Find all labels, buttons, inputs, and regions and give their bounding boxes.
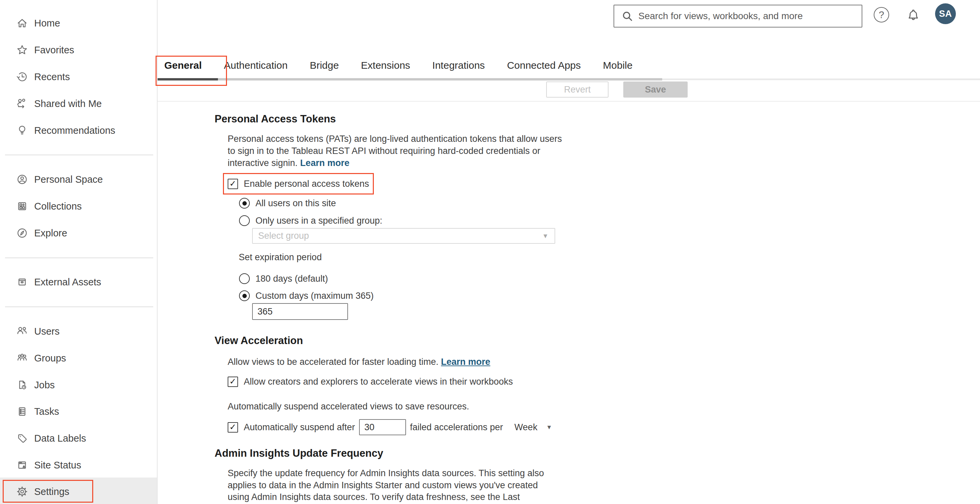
sidebar-item-label: Tasks: [34, 406, 59, 417]
chevron-down-icon[interactable]: ▼: [546, 424, 552, 431]
suspend-period-dropdown[interactable]: Week: [514, 422, 538, 432]
expiration-default-radio[interactable]: [239, 273, 250, 284]
shared-with-me-icon: [16, 97, 29, 110]
sidebar-item-data-labels[interactable]: Data Labels: [0, 425, 157, 452]
avatar-initials: SA: [939, 9, 952, 19]
expiration-default-label: 180 days (default): [256, 273, 328, 284]
bell-icon: [905, 7, 921, 23]
toolbar-divider: [158, 101, 980, 102]
sidebar-item-external-assets[interactable]: External Assets: [0, 269, 157, 296]
home-icon: [16, 16, 29, 30]
help-button[interactable]: ?: [874, 7, 889, 22]
failed-accelerations-input[interactable]: [359, 419, 406, 435]
tab-integrations[interactable]: Integrations: [432, 60, 485, 75]
sidebar-item-label: Shared with Me: [34, 98, 102, 109]
users-icon: [16, 324, 29, 338]
sidebar-item-groups[interactable]: Groups: [0, 345, 157, 372]
suspend-description: Automatically suspend accelerated views …: [228, 401, 469, 412]
custom-days-input[interactable]: [252, 303, 348, 320]
allow-accelerate-row: ✓ Allow creators and explorers to accele…: [228, 377, 513, 387]
allow-accelerate-checkbox[interactable]: ✓: [228, 377, 238, 387]
tab-track-light: [662, 78, 980, 80]
tab-general[interactable]: General: [164, 60, 202, 75]
checkmark-icon: ✓: [229, 180, 236, 188]
expiration-custom-radio[interactable]: [239, 290, 250, 301]
sidebar-item-recommendations[interactable]: Recommendations: [0, 117, 157, 144]
scope-group-row: Only users in a specified group:: [239, 215, 382, 226]
view-acceleration-learn-more-link[interactable]: Learn more: [441, 357, 490, 367]
save-button[interactable]: Save: [623, 81, 688, 98]
sidebar-item-label: Personal Space: [34, 174, 103, 185]
auto-suspend-row: ✓ Automatically suspend after failed acc…: [228, 418, 552, 436]
tab-bridge[interactable]: Bridge: [310, 60, 339, 75]
scope-group-label: Only users in a specified group:: [256, 216, 382, 226]
lightbulb-icon: [16, 124, 29, 137]
notifications-button[interactable]: [905, 7, 921, 23]
expiration-default-row: 180 days (default): [239, 273, 328, 284]
sidebar-item-label: Site Status: [34, 460, 81, 471]
site-status-window-icon: [16, 458, 29, 472]
pat-learn-more-link[interactable]: Learn more: [300, 158, 349, 168]
chevron-down-icon: ▼: [542, 232, 549, 240]
sidebar-item-personal-space[interactable]: Personal Space: [0, 166, 157, 193]
compass-icon: [16, 226, 29, 240]
sidebar: Home Favorites Recents Shared with Me Re…: [0, 0, 158, 504]
pat-section-title: Personal Access Tokens: [215, 113, 336, 125]
star-icon: [16, 43, 29, 57]
scope-all-users-label: All users on this site: [256, 198, 336, 208]
sidebar-item-label: Groups: [34, 353, 66, 364]
sidebar-item-shared-with-me[interactable]: Shared with Me: [0, 90, 157, 117]
scope-group-radio[interactable]: [239, 215, 250, 226]
tab-extensions[interactable]: Extensions: [361, 60, 410, 75]
sidebar-item-label: Explore: [34, 228, 67, 239]
revert-button[interactable]: Revert: [546, 81, 609, 98]
admin-insights-title: Admin Insights Update Frequency: [215, 447, 383, 459]
scope-all-users-row: All users on this site: [239, 198, 336, 208]
search-input[interactable]: [638, 6, 862, 26]
groups-icon: [16, 351, 29, 365]
tab-connected-apps[interactable]: Connected Apps: [507, 60, 581, 75]
sidebar-item-site-status[interactable]: Site Status: [0, 452, 157, 479]
checkmark-icon: ✓: [229, 423, 236, 431]
jobs-document-clock-icon: [16, 378, 29, 392]
sidebar-item-label: Jobs: [34, 380, 55, 391]
sidebar-divider: [5, 154, 153, 155]
view-acceleration-title: View Acceleration: [215, 335, 303, 347]
tasks-clipboard-icon: [16, 405, 29, 418]
sidebar-item-label: Favorites: [34, 45, 74, 56]
enable-pat-row: ✓ Enable personal access tokens: [228, 179, 369, 189]
tableau-site-settings-page: { "header": { "search_placeholder": "Sea…: [0, 0, 980, 504]
sidebar-item-label: Collections: [34, 201, 82, 212]
auto-suspend-checkbox[interactable]: ✓: [228, 422, 238, 432]
sidebar-item-label: Home: [34, 18, 60, 29]
select-group-dropdown[interactable]: Select group ▼: [252, 228, 555, 244]
sidebar-item-label: Recents: [34, 72, 70, 83]
settings-tabs: General Authentication Bridge Extensions…: [164, 60, 633, 75]
scope-all-users-radio[interactable]: [239, 198, 250, 208]
view-acceleration-description: Allow views to be accelerated for faster…: [228, 356, 697, 368]
sidebar-item-label: Recommendations: [34, 125, 115, 136]
pat-description: Personal access tokens (PATs) are long-l…: [228, 133, 563, 169]
sidebar-item-recents[interactable]: Recents: [0, 64, 157, 90]
sidebar-item-favorites[interactable]: Favorites: [0, 37, 157, 64]
sidebar-divider: [5, 258, 153, 258]
sidebar-item-explore[interactable]: Explore: [0, 219, 157, 246]
sidebar-item-jobs[interactable]: Jobs: [0, 372, 157, 398]
sidebar-item-users[interactable]: Users: [0, 318, 157, 345]
sidebar-item-label: Data Labels: [34, 433, 86, 444]
sidebar-item-tasks[interactable]: Tasks: [0, 398, 157, 425]
enable-pat-label: Enable personal access tokens: [244, 179, 369, 189]
tab-authentication[interactable]: Authentication: [224, 60, 288, 75]
gear-icon: [16, 485, 29, 498]
tab-mobile[interactable]: Mobile: [603, 60, 632, 75]
sidebar-item-collections[interactable]: Collections: [0, 193, 157, 219]
tab-track: [158, 78, 662, 81]
expiration-period-label: Set expiration period: [239, 252, 322, 262]
sidebar-item-label: Users: [34, 326, 60, 337]
search-box: [614, 5, 862, 27]
sidebar-item-home[interactable]: Home: [0, 10, 157, 37]
user-avatar[interactable]: SA: [935, 3, 956, 24]
expiration-custom-row: Custom days (maximum 365): [239, 290, 374, 301]
enable-pat-checkbox[interactable]: ✓: [228, 179, 238, 189]
sidebar-item-settings[interactable]: Settings: [0, 478, 157, 504]
